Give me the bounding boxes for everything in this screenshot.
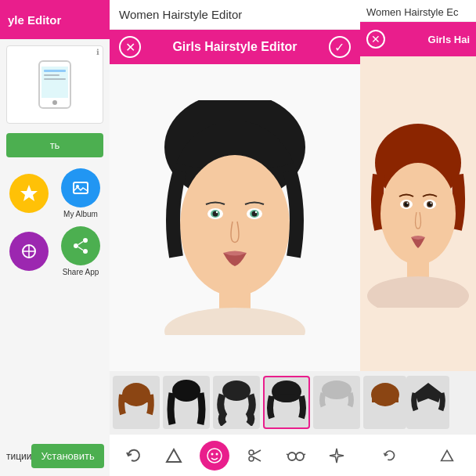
svg-line-41 [254,450,261,454]
install-button[interactable]: Установить [31,444,103,468]
glasses-btn[interactable] [281,441,311,471]
svg-point-44 [296,453,304,460]
hair-thumb-5-svg [317,379,356,426]
ad-box: ℹ [6,45,103,124]
svg-point-60 [431,203,432,204]
right-toolbar-title: Girls Hai [428,34,470,45]
undo-btn[interactable] [118,441,148,471]
right-triangle-btn[interactable] [435,444,459,467]
face-btn[interactable] [200,441,229,471]
svg-line-15 [78,242,83,245]
hair-thumb-3-svg [217,379,256,426]
center-toolbar-title: Girls Hairstyle Editor [172,40,297,54]
center-tools-row [110,434,360,476]
right-undo-icon [382,449,396,463]
center-app-title: Women Hairstyle Editor [119,8,351,21]
face-icon [206,447,223,464]
center-check-btn[interactable]: ✓ [329,36,351,58]
svg-rect-5 [44,78,66,80]
svg-point-59 [407,203,409,204]
right-hair-thumb-2[interactable] [406,376,449,429]
triangle-icon [165,447,182,464]
center-woman-face [145,100,325,335]
undo-icon [124,447,142,464]
icon-row-2: Share App [9,226,100,276]
hair-thumb-3[interactable] [213,376,260,429]
triangle-btn[interactable] [159,441,189,471]
svg-marker-63 [415,383,442,402]
icon-grid: My Album [0,168,110,276]
share-icon-wrapper[interactable]: Share App [61,226,100,276]
left-header-text: yle Editor [8,13,61,27]
ad-phone-svg [31,57,78,112]
hair-thumb-2-svg [167,379,206,426]
yellow-icon[interactable] [9,174,49,213]
svg-line-42 [254,457,261,461]
share-label: Share App [63,268,99,276]
sparkle-btn[interactable] [322,441,352,471]
right-hair-thumb-2-svg [409,379,448,426]
svg-rect-3 [44,70,66,72]
purple-icon-wrapper[interactable] [9,232,49,271]
right-close-btn[interactable]: ✕ [366,30,385,49]
album-icon-circle [61,168,100,207]
svg-point-31 [172,380,200,402]
svg-point-28 [255,211,257,213]
album-icon [70,178,91,198]
svg-point-13 [74,243,78,248]
right-hair-row [360,371,476,434]
svg-point-34 [322,380,352,399]
svg-marker-6 [20,185,38,201]
svg-point-40 [249,456,254,461]
svg-point-39 [249,450,254,455]
hair-thumb-2[interactable] [163,376,210,429]
left-pink-bar: yle Editor [0,0,110,39]
scissors-btn[interactable] [240,441,270,471]
svg-point-14 [83,249,88,254]
bottom-install-bar: тиции Установить [0,444,110,468]
right-triangle-icon [440,449,454,463]
right-woman-face [363,120,473,308]
svg-rect-7 [74,182,88,193]
svg-point-36 [207,449,222,463]
svg-point-43 [288,453,296,460]
svg-line-47 [304,454,305,455]
svg-point-2 [52,100,57,105]
left-panel: yle Editor ℹ ть [0,0,110,476]
purple-icon-circle [9,232,49,271]
right-undo-btn[interactable] [377,444,401,467]
svg-point-18 [180,155,290,296]
svg-rect-4 [44,74,60,76]
svg-point-50 [380,163,456,265]
right-pink-toolbar: ✕ Girls Hai [360,22,476,56]
right-header: Women Hairstyle Ec [360,0,476,22]
glasses-icon [286,447,306,464]
right-hair-thumb-1[interactable] [363,376,406,429]
hair-thumb-1-svg [117,379,156,426]
hair-thumb-5[interactable] [313,376,360,429]
green-action-btn[interactable]: ть [6,133,103,157]
yellow-icon-wrapper [9,174,49,213]
sparkle-icon [328,447,345,464]
install-text: тиции [6,451,31,462]
center-panel: Women Hairstyle Editor ✕ Girls Hairstyle… [110,0,360,476]
album-icon-wrapper[interactable]: My Album [61,168,100,218]
hair-thumb-1[interactable] [113,376,160,429]
svg-rect-62 [372,396,398,402]
svg-point-37 [211,453,214,455]
center-photo-area [110,64,360,371]
center-close-btn[interactable]: ✕ [119,36,141,58]
svg-point-61 [371,383,399,406]
share-icon [71,236,90,255]
right-hair-thumb-1-svg [366,379,405,426]
hair-thumb-4-svg [267,379,306,426]
icon-row-1: My Album [9,168,100,218]
svg-line-16 [78,247,83,251]
album-label: My Album [63,210,98,218]
purple-icon [19,241,39,261]
star-icon [19,183,39,204]
hair-styles-row [110,371,360,434]
svg-point-27 [216,211,218,213]
svg-marker-64 [442,450,453,460]
hair-thumb-4[interactable] [263,376,310,429]
